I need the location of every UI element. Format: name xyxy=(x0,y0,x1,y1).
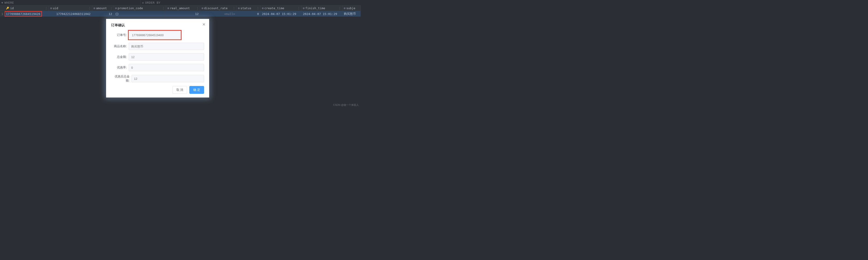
cell-real-amount[interactable]: 12 xyxy=(166,11,200,17)
column-header-status[interactable]: ▦status⋮ xyxy=(237,5,260,11)
resize-handle[interactable]: ⋮ xyxy=(338,6,341,10)
column-icon: ▦ xyxy=(94,7,95,10)
discount-input[interactable] xyxy=(129,64,204,71)
product-label: 商品名称: xyxy=(111,44,129,48)
filter-bar: ▼ WHERE ≡ ORDER BY xyxy=(0,0,361,5)
filter-icon: ▼ xyxy=(1,1,3,4)
resize-handle[interactable]: ⋮ xyxy=(162,6,165,10)
column-header-uid[interactable]: ▦uid⋮ xyxy=(49,5,92,11)
column-header-discount-rate[interactable]: ▦discount_rate⋮ xyxy=(200,5,237,11)
resize-handle[interactable]: ⋮ xyxy=(196,6,199,10)
table-row[interactable]: 1 1776988672684519426 177042212406831104… xyxy=(0,11,361,17)
column-header-finish-time[interactable]: ▦finish_time⋮ xyxy=(301,5,342,11)
ok-button[interactable]: 确 定 xyxy=(189,86,204,94)
form-row-order-no: 订单号: xyxy=(111,31,204,39)
column-header-id[interactable]: 🔑id⋮ xyxy=(5,5,49,11)
column-header-subject[interactable]: ▦subje xyxy=(342,5,361,11)
total-label: 总金额: xyxy=(111,55,129,59)
resize-handle[interactable]: ⋮ xyxy=(256,6,259,10)
final-input[interactable] xyxy=(131,75,204,82)
column-icon: ▦ xyxy=(303,7,304,10)
discount-label: 优惠率: xyxy=(111,65,129,70)
column-icon: ▦ xyxy=(344,7,345,10)
column-icon: ▦ xyxy=(202,7,203,10)
key-icon: 🔑 xyxy=(6,7,9,10)
column-header-promotion-code[interactable]: ▦promotion_code⋮ xyxy=(114,5,166,11)
where-clause[interactable]: ▼ WHERE xyxy=(0,0,141,5)
sort-icon: ≡ xyxy=(142,1,144,4)
column-header-create-time[interactable]: ▦create_time⋮ xyxy=(260,5,302,11)
highlight-annotation xyxy=(128,30,182,40)
orderby-label: ORDER BY xyxy=(145,1,160,4)
column-icon: ▦ xyxy=(262,7,264,10)
highlight-annotation: 1776988672684519426 xyxy=(5,11,42,17)
row-num-header xyxy=(0,5,5,11)
column-icon: ▦ xyxy=(115,7,117,10)
resize-handle[interactable]: ⋮ xyxy=(45,6,48,10)
form-row-final: 优惠后总金额: xyxy=(111,74,204,83)
orderby-clause[interactable]: ≡ ORDER BY xyxy=(141,0,162,5)
row-number: 1 xyxy=(0,11,5,17)
column-header-amount[interactable]: ▦amount⋮ xyxy=(92,5,114,11)
resize-handle[interactable]: ⋮ xyxy=(232,6,236,10)
cell-subject[interactable]: 购买憨币 xyxy=(342,11,361,17)
dialog-footer: 取 消 确 定 xyxy=(111,86,204,94)
form-row-discount: 优惠率: xyxy=(111,64,204,71)
column-header-real-amount[interactable]: ▦real_amount⋮ xyxy=(166,5,200,11)
modal-glow: 订单确认 ✕ 订单号: 商品名称: 总金额: 优惠率: 优惠后总金额: xyxy=(106,19,209,98)
resize-handle[interactable]: ⋮ xyxy=(297,6,300,10)
resize-handle[interactable]: ⋮ xyxy=(88,6,91,10)
where-label: WHERE xyxy=(4,1,14,4)
final-label: 优惠后总金额: xyxy=(111,74,131,83)
cancel-button[interactable]: 取 消 xyxy=(173,86,187,94)
cell-id[interactable]: 1776988672684519426 xyxy=(5,11,49,17)
form-row-product: 商品名称: xyxy=(111,43,204,50)
cell-amount[interactable]: 12 xyxy=(92,11,114,17)
table-header-row: 🔑id⋮ ▦uid⋮ ▦amount⋮ ▦promotion_code⋮ ▦re… xyxy=(0,5,361,11)
form-row-total: 总金额: xyxy=(111,53,204,61)
cell-finish-time[interactable]: 2024-04-07 15:01:29 xyxy=(301,11,342,17)
cell-discount-rate[interactable]: <null> xyxy=(200,11,237,17)
order-confirm-dialog: 订单确认 ✕ 订单号: 商品名称: 总金额: 优惠率: 优惠后总金额: xyxy=(106,19,209,98)
cell-uid[interactable]: 1770422124068311042 xyxy=(49,11,92,17)
product-input[interactable] xyxy=(129,43,204,50)
cell-promotion-code[interactable]: {} xyxy=(114,11,166,17)
resize-handle[interactable]: ⋮ xyxy=(110,6,113,10)
total-input[interactable] xyxy=(129,53,204,61)
column-icon: ▦ xyxy=(238,7,240,10)
order-no-input[interactable] xyxy=(129,31,180,39)
close-icon[interactable]: ✕ xyxy=(202,22,206,27)
column-icon: ▦ xyxy=(50,7,52,10)
cell-create-time[interactable]: 2024-04-07 15:01:29 xyxy=(260,11,302,17)
watermark: CSDN @做一个体面人 xyxy=(333,103,359,107)
order-no-label: 订单号: xyxy=(111,33,129,37)
cell-status[interactable]: 0 xyxy=(237,11,260,17)
dialog-title: 订单确认 xyxy=(111,23,204,27)
column-icon: ▦ xyxy=(167,7,169,10)
